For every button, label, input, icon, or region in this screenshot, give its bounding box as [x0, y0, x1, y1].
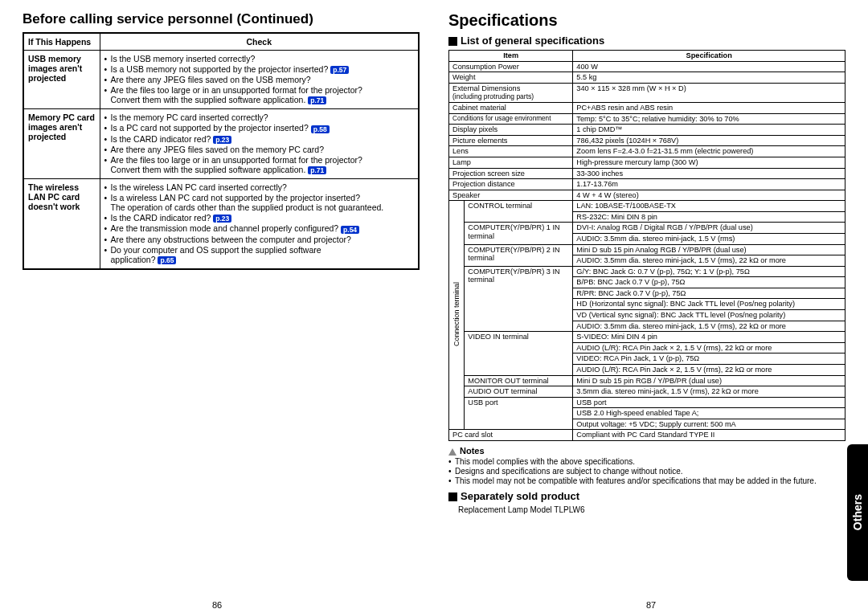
- c3v2: AUDIO: 3.5mm dia. stereo mini-jack, 1.5 …: [573, 255, 845, 267]
- r3i6a: Do your computer and OS support the supp…: [111, 245, 321, 255]
- s8v: Zoom lens F=2.4-3.0 f=21-31.5 mm (electr…: [573, 146, 845, 157]
- square-icon: [448, 37, 457, 46]
- th-check: Check: [100, 33, 419, 51]
- s10l: Projection screen size: [449, 168, 573, 179]
- r2i5b: Convert them with the supplied software …: [111, 165, 306, 174]
- c4v3: R/PR: BNC Jack 0.7 V (p-p), 75Ω: [573, 288, 845, 299]
- s2l: Weight: [449, 72, 573, 84]
- vert-text: Connection terminal: [452, 282, 461, 346]
- s3v: 340 × 115 × 328 mm (W × H × D): [573, 83, 845, 102]
- side-tab-others[interactable]: Others: [847, 444, 868, 581]
- notes-heading: Notes: [448, 446, 845, 456]
- c4l: COMPUTER(Y/PB/PR) 3 IN terminal: [465, 266, 573, 331]
- r2i5a: Are the files too large or in an unsuppo…: [111, 155, 362, 165]
- c4v5: VD (Vertical sync signal): BNC Jack TTL …: [573, 310, 845, 321]
- tab-label: Others: [851, 494, 864, 530]
- sec-separately-sold: Separately sold product: [448, 490, 845, 502]
- c5v4: AUDIO (L/R): RCA Pin Jack × 2, 1.5 V (rm…: [573, 364, 845, 375]
- s13l: PC card slot: [449, 430, 573, 441]
- c4v4: HD (Horizontal sync signal): BNC Jack TT…: [573, 299, 845, 310]
- ref-p23a: p.23: [213, 136, 231, 144]
- r3i4: Are the transmission mode and channel pr…: [111, 223, 339, 233]
- c3v1: Mini D sub 15 pin Analog RGB / Y/PB/PR (…: [573, 244, 845, 255]
- page-title-left: Before calling service personnel (Contin…: [23, 11, 420, 27]
- r1i1: Is the USB memory inserted correctly?: [111, 54, 256, 63]
- s11l: Projection distance: [449, 179, 573, 190]
- c5v1: S-VIDEO: Mini DIN 4 pin: [573, 332, 845, 343]
- s12v: 4 W + 4 W (stereo): [573, 190, 845, 201]
- c5v2: AUDIO (L/R): RCA Pin Jack × 2, 1.5 V (rm…: [573, 342, 845, 353]
- row2-label: Memory PC card images aren't projected: [23, 109, 100, 179]
- sec1-text: List of general specifications: [461, 35, 604, 47]
- c1l: CONTROL terminal: [465, 201, 573, 223]
- r3i2b: The operation of cards other than the su…: [111, 202, 384, 212]
- s2v: 5.5 kg: [573, 72, 845, 84]
- r2i2: Is a PC card not supported by the projec…: [111, 123, 309, 133]
- th-item: Item: [449, 51, 573, 62]
- s5v: Temp: 5°C to 35°C; relative humidity: 30…: [573, 113, 845, 125]
- ref-p54: p.54: [341, 226, 359, 234]
- c5l: VIDEO IN terminal: [465, 332, 573, 375]
- ref-p58: p.58: [311, 125, 330, 133]
- s3l: External Dimensions(including protruding…: [449, 83, 573, 102]
- th-spec: Specification: [573, 51, 845, 62]
- specs-table: ItemSpecification Consumption Power400 W…: [448, 50, 845, 441]
- replacement-lamp: Replacement Lamp Model TLPLW6: [448, 505, 845, 514]
- s7v: 786,432 pixels (1024H × 768V): [573, 135, 845, 146]
- n3: This model may not be compatible with fe…: [455, 476, 817, 485]
- ref-p65: p.65: [158, 256, 176, 264]
- c6v: Mini D sub 15 pin RGB / Y/PB/PR (dual us…: [573, 375, 845, 386]
- page-num-86: 86: [212, 600, 222, 610]
- r2i3: Is the CARD indicator red?: [111, 134, 211, 144]
- ref-p23b: p.23: [213, 215, 231, 223]
- square-icon-2: [448, 492, 457, 501]
- c6l: MONITOR OUT terminal: [465, 375, 573, 386]
- s1v: 400 W: [573, 61, 845, 72]
- c3l: COMPUTER(Y/PB/PR) 2 IN terminal: [465, 244, 573, 266]
- page-title-right: Specifications: [448, 11, 845, 30]
- c2l: COMPUTER(Y/PB/PR) 1 IN terminal: [465, 223, 573, 244]
- triangle-icon: [448, 448, 457, 456]
- row1-checks: Is the USB memory inserted correctly? Is…: [100, 51, 419, 109]
- notes-list: This model complies with the above speci…: [448, 457, 845, 485]
- c8v3: Output voltage: +5 VDC; Supply current: …: [573, 419, 845, 430]
- s11v: 1.17-13.76m: [573, 179, 845, 190]
- c2v1: DVI-I: Analog RGB / Digital RGB / Y/PB/P…: [573, 223, 845, 234]
- row3-label: The wireless LAN PC card doesn't work: [23, 179, 100, 269]
- s6l: Display pixels: [449, 125, 573, 136]
- row1-label: USB memory images aren't projected: [23, 51, 100, 109]
- r1i2: Is a USB memory not supported by the pro…: [111, 64, 329, 74]
- page-num-87: 87: [646, 600, 656, 610]
- n2: Designs and specifications are subject t…: [455, 467, 683, 476]
- s12l: Speaker: [449, 190, 573, 201]
- n1: This model complies with the above speci…: [455, 457, 635, 466]
- s9v: High-pressure mercury lamp (300 W): [573, 157, 845, 168]
- r3i3: Is the CARD indicator red?: [111, 213, 211, 223]
- row2-checks: Is the memory PC card inserted correctly…: [100, 109, 419, 179]
- s4l: Cabinet material: [449, 103, 573, 114]
- c7v: 3.5mm dia. stereo mini-jack, 1.5 V (rms)…: [573, 386, 845, 398]
- c4v6: AUDIO: 3.5mm dia. stereo mini-jack, 1.5 …: [573, 321, 845, 332]
- c8v1: USB port: [573, 397, 845, 408]
- sec-general-specs: List of general specifications: [448, 35, 845, 47]
- c4v2: B/PB: BNC Jack 0.7 V (p-p), 75Ω: [573, 277, 845, 288]
- s10v: 33-300 inches: [573, 168, 845, 179]
- c8l: USB port: [465, 397, 573, 430]
- ref-p57: p.57: [330, 66, 349, 74]
- r3i5: Are there any obstructions between the c…: [111, 235, 351, 244]
- r1i4a: Are the files too large or in an unsuppo…: [111, 85, 362, 95]
- ref-p71a: p.71: [308, 96, 326, 104]
- troubleshoot-table: If This Happens Check USB memory images …: [23, 32, 420, 270]
- c1v1: LAN: 10BASE-T/100BASE-TX: [573, 201, 845, 212]
- c5v3: VIDEO: RCA Pin Jack, 1 V (p-p), 75Ω: [573, 353, 845, 365]
- conn-term-vert: Connection terminal: [449, 201, 465, 430]
- notes-head-text: Notes: [460, 446, 485, 456]
- r1i4b: Convert them with the supplied software …: [111, 95, 306, 104]
- c4v1: G/Y: BNC Jack G: 0.7 V (p-p), 75Ω; Y: 1 …: [573, 266, 845, 277]
- s9l: Lamp: [449, 157, 573, 168]
- s5l: Conditions for usage environment: [449, 113, 573, 125]
- r2i4: Are there any JPEG files saved on the me…: [111, 145, 325, 154]
- ref-p71b: p.71: [308, 166, 326, 174]
- s13v: Compliant with PC Card Standard TYPE II: [573, 430, 845, 441]
- s3la: External Dimensions: [452, 84, 520, 92]
